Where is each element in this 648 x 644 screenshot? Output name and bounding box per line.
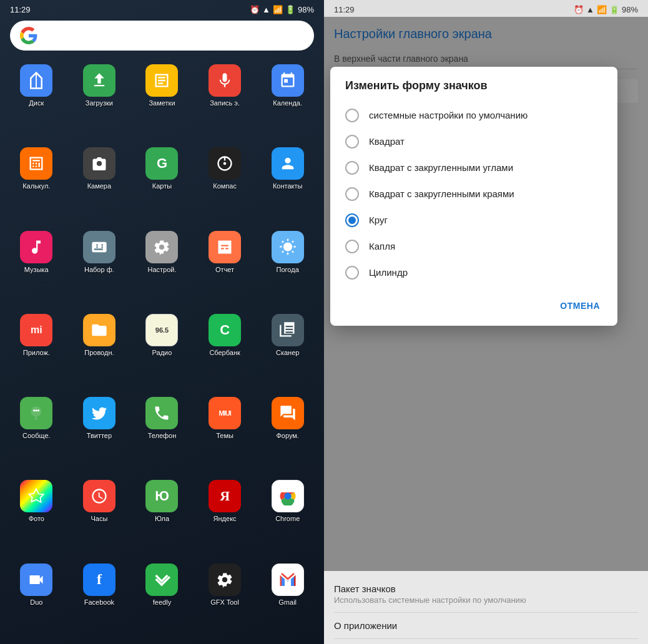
app-apps[interactable]: mi Прилож. bbox=[5, 309, 68, 392]
app-label-forum: Форум. bbox=[276, 432, 298, 440]
radio-option-0[interactable]: системные настройки по умолчанию bbox=[330, 102, 617, 129]
radio-option-3[interactable]: Квадрат с закругленными краями bbox=[330, 181, 617, 207]
app-forum[interactable]: Форум. bbox=[256, 392, 319, 475]
app-label-calendar: Кaленда. bbox=[273, 99, 302, 107]
dialog-overlay: Изменить форму значков системные настрой… bbox=[324, 17, 648, 571]
app-messages[interactable]: Сообще. bbox=[5, 392, 68, 475]
app-icon-calendar bbox=[272, 64, 304, 97]
radio-option-5[interactable]: Капля bbox=[330, 233, 617, 260]
bottom-item-package[interactable]: Пакет значков Использовать системные нас… bbox=[334, 576, 638, 613]
app-icon-facebook: f bbox=[83, 564, 115, 596]
right-panel: 11:29 ⏰ ▲ 📶 🔋 98% Настройки главного экр… bbox=[324, 0, 648, 644]
app-photos[interactable]: Фото bbox=[5, 475, 68, 558]
app-label-gmail: Gmail bbox=[278, 598, 297, 607]
app-icon-photos bbox=[20, 480, 52, 512]
app-yandex[interactable]: Я Яндекс bbox=[194, 475, 257, 558]
app-label-calc: Калькул. bbox=[22, 182, 50, 190]
app-icon-clock bbox=[83, 480, 115, 512]
app-icon-yandex: Я bbox=[209, 480, 241, 512]
app-settings[interactable]: Настрой. bbox=[130, 226, 194, 309]
app-duo[interactable]: Duo bbox=[5, 559, 68, 642]
app-label-yandex: Яндекс bbox=[214, 515, 237, 523]
app-maps[interactable]: G Карты bbox=[130, 142, 194, 225]
app-label-notes: Заметки bbox=[149, 99, 175, 107]
app-contacts[interactable]: Контакты bbox=[256, 142, 319, 225]
radio-circle-6 bbox=[345, 266, 359, 280]
radio-circle-3 bbox=[345, 187, 359, 201]
app-label-phone: Телефон bbox=[148, 432, 177, 440]
app-icon-notes bbox=[145, 64, 178, 97]
app-weather[interactable]: Погода bbox=[256, 226, 319, 309]
app-label-gfx: GFX Tool bbox=[210, 598, 239, 607]
radio-option-2[interactable]: Квадрат с закругленными углами bbox=[330, 155, 617, 181]
app-icon-messages bbox=[20, 397, 52, 429]
app-report[interactable]: Отчет bbox=[194, 226, 257, 309]
dialog-options: системные настройки по умолчанию Квадрат… bbox=[330, 100, 617, 288]
radio-label-2: Квадрат с закругленными углами bbox=[369, 162, 513, 174]
signal-icon-right: 📶 bbox=[597, 5, 607, 14]
app-icon-twitter bbox=[83, 397, 115, 429]
radio-option-6[interactable]: Цилиндр bbox=[330, 260, 617, 286]
app-music[interactable]: Музыка bbox=[5, 226, 68, 309]
app-icon-forum bbox=[272, 397, 304, 429]
app-themes[interactable]: MIUI Темы bbox=[194, 392, 257, 475]
app-yula[interactable]: Ю Юла bbox=[130, 475, 194, 558]
app-twitter[interactable]: Твиттер bbox=[68, 392, 131, 475]
app-gmail[interactable]: Gmail bbox=[256, 559, 319, 642]
app-chrome[interactable]: Chrome bbox=[256, 475, 319, 558]
app-files[interactable]: Проводн. bbox=[68, 309, 131, 392]
app-icon-gfx bbox=[209, 564, 241, 596]
app-recorder[interactable]: Запись э. bbox=[194, 59, 257, 142]
svg-point-8 bbox=[37, 409, 39, 411]
icon-shape-dialog: Изменить форму значков системные настрой… bbox=[330, 67, 617, 326]
svg-point-11 bbox=[284, 493, 291, 500]
app-label-recorder: Запись э. bbox=[210, 99, 240, 107]
app-icon-report bbox=[209, 231, 241, 263]
battery-icon-right: 🔋 bbox=[609, 5, 619, 14]
radio-option-1[interactable]: Квадрат bbox=[330, 129, 617, 155]
app-label-files: Проводн. bbox=[84, 349, 114, 357]
app-calc[interactable]: Калькул. bbox=[5, 142, 68, 225]
app-icon-radio: 96.5 bbox=[145, 314, 178, 346]
cancel-button[interactable]: ОТМЕНА bbox=[552, 296, 607, 316]
battery-pct-right: 98% bbox=[622, 5, 638, 14]
app-label-feedly: feedly bbox=[153, 598, 171, 607]
app-icon-compass bbox=[209, 147, 241, 180]
app-icon-contacts bbox=[272, 147, 304, 180]
radio-option-4[interactable]: Круг bbox=[330, 207, 617, 233]
bottom-item-about[interactable]: О приложении bbox=[334, 613, 638, 639]
dialog-actions: ОТМЕНА bbox=[330, 288, 617, 326]
app-phone[interactable]: Телефон bbox=[130, 392, 194, 475]
battery-pct-left: 98% bbox=[298, 5, 314, 14]
app-label-clock: Часы bbox=[91, 515, 107, 523]
app-clock[interactable]: Часы bbox=[68, 475, 131, 558]
alarm-icon: ⏰ bbox=[250, 5, 260, 14]
app-compass[interactable]: Компас bbox=[194, 142, 257, 225]
app-camera[interactable]: Камера bbox=[68, 142, 131, 225]
app-scanner[interactable]: Сканер bbox=[256, 309, 319, 392]
app-disk[interactable]: Диск bbox=[5, 59, 68, 142]
app-sber[interactable]: С Сбербанк bbox=[194, 309, 257, 392]
radio-label-4: Круг bbox=[369, 214, 388, 227]
app-notes[interactable]: Заметки bbox=[130, 59, 194, 142]
search-bar[interactable] bbox=[10, 21, 314, 51]
radio-circle-0 bbox=[345, 109, 359, 122]
app-feedly[interactable]: feedly bbox=[130, 559, 194, 642]
app-gfx[interactable]: GFX Tool bbox=[194, 559, 257, 642]
app-download[interactable]: Загрузки bbox=[68, 59, 131, 142]
app-label-photos: Фото bbox=[29, 515, 44, 523]
app-icon-settings bbox=[145, 231, 178, 263]
app-facebook[interactable]: f Facebook bbox=[68, 559, 131, 642]
app-radio[interactable]: 96.5 Радио bbox=[130, 309, 194, 392]
app-label-report: Отчет bbox=[215, 266, 234, 274]
app-label-compass: Компас bbox=[213, 182, 237, 190]
app-label-music: Музыка bbox=[24, 266, 49, 274]
app-icon-sber: С bbox=[209, 314, 241, 346]
app-icon-maps: G bbox=[145, 147, 178, 180]
app-calendar[interactable]: Кaленда. bbox=[256, 59, 319, 142]
app-icon-scanner bbox=[272, 314, 304, 346]
app-label-themes: Темы bbox=[216, 432, 233, 440]
app-icon-apps: mi bbox=[20, 314, 52, 346]
app-keyboard[interactable]: Набор ф. bbox=[68, 226, 131, 309]
bottom-item-package-title: Пакет значков bbox=[334, 583, 638, 594]
